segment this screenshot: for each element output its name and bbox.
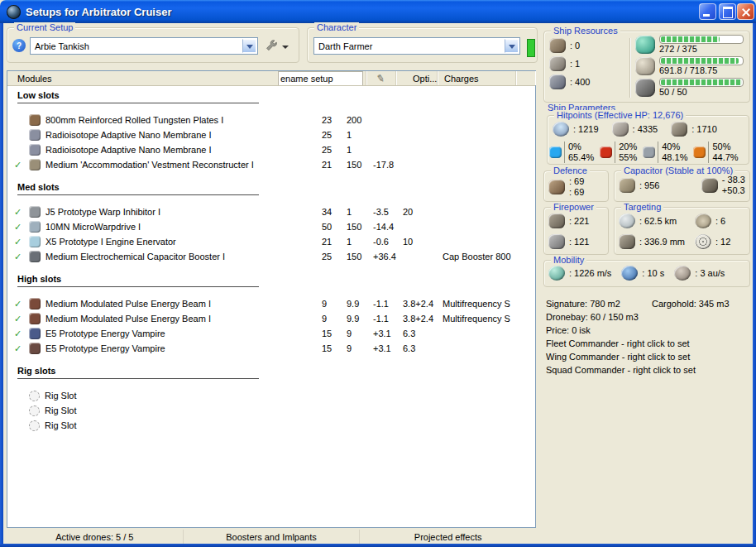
module-row[interactable]: ✓ E5 Prototype Energy Vampire 15 9 +3.1 … bbox=[7, 341, 535, 356]
module-pg: 9.9 bbox=[347, 314, 373, 324]
drones-icon bbox=[635, 79, 655, 97]
section-med-slots: Med slots ✓ J5 Prototype Warp Inhibitor … bbox=[7, 182, 535, 264]
warp-speed-value: : 3 au/s bbox=[695, 268, 725, 278]
cpu-bar bbox=[659, 35, 744, 44]
module-cpu: 21 bbox=[322, 160, 347, 170]
maximize-button[interactable] bbox=[719, 3, 736, 20]
targeting-label: Targeting bbox=[621, 202, 663, 212]
module-row[interactable]: ✓ Medium 'Accommodation' Vestment Recons… bbox=[7, 157, 535, 172]
current-setup-select[interactable]: Arbie Tankish bbox=[30, 37, 258, 55]
window-border-right bbox=[753, 23, 756, 547]
module-cpu: 25 bbox=[322, 130, 347, 140]
wrench-icon bbox=[265, 40, 279, 54]
section-header: High slots bbox=[17, 274, 259, 287]
chevron-down-icon[interactable] bbox=[242, 39, 256, 53]
capacitor-group: Capacitor (Stable at 100%) : 956 - 38.3+… bbox=[614, 170, 750, 202]
module-row[interactable]: ✓ J5 Prototype Warp Inhibitor I 34 1 -3.… bbox=[7, 204, 535, 219]
help-icon[interactable]: ? bbox=[12, 39, 26, 52]
module-optimal: 3.8+2.4 bbox=[403, 299, 443, 309]
module-cpu: 34 bbox=[322, 207, 347, 217]
rig-slot-row[interactable]: Rig Slot bbox=[7, 418, 535, 433]
targeting-group: Targeting : 62.5 km : 6 : 336.9 mm : 12 bbox=[614, 207, 750, 255]
rig-slot-icon bbox=[29, 391, 40, 401]
titlebar[interactable]: Setups for Arbitrator Cruiser bbox=[0, 0, 756, 23]
turret-dps-value: : 221 bbox=[569, 216, 589, 226]
close-button[interactable] bbox=[737, 3, 754, 20]
missile-dps-value: : 121 bbox=[569, 237, 589, 247]
module-cpu: 15 bbox=[322, 329, 347, 338]
module-pg: 9.9 bbox=[347, 299, 373, 309]
squad-commander-line[interactable]: Squad Commander - right click to set bbox=[546, 363, 751, 377]
character-select[interactable]: Darth Farmer bbox=[313, 37, 520, 55]
module-cpu: 50 bbox=[322, 222, 347, 232]
active-check-icon[interactable]: ✓ bbox=[14, 237, 29, 247]
section-low-slots: Low slots 800mm Reinforced Rolled Tungst… bbox=[7, 90, 535, 172]
current-setup-value: Arbie Tankish bbox=[35, 41, 89, 51]
active-check-icon[interactable]: ✓ bbox=[14, 314, 29, 324]
rig-slot-row[interactable]: Rig Slot bbox=[7, 388, 535, 403]
rig-slot-icon bbox=[29, 405, 40, 416]
active-check-icon[interactable]: ✓ bbox=[14, 252, 29, 262]
module-cap: -0.6 bbox=[373, 237, 403, 247]
defence-icon bbox=[548, 180, 565, 194]
active-check-icon[interactable]: ✓ bbox=[14, 207, 29, 218]
column-header-optimal[interactable]: Opti... bbox=[396, 71, 438, 85]
launcher-slots-value: : 1 bbox=[570, 59, 580, 69]
rig-slot-row[interactable]: Rig Slot bbox=[7, 403, 535, 418]
module-row[interactable]: ✓ Medium Modulated Pulse Energy Beam I 9… bbox=[7, 296, 535, 311]
module-cap: +3.1 bbox=[373, 343, 403, 353]
active-check-icon[interactable]: ✓ bbox=[14, 299, 29, 309]
wing-commander-line[interactable]: Wing Commander - right click to set bbox=[546, 350, 751, 363]
energy-vampire-icon bbox=[29, 343, 41, 354]
energy-beam-icon bbox=[29, 313, 41, 324]
tab-projected-effects[interactable]: Projected effects bbox=[360, 530, 536, 544]
mobility-group: Mobility : 1226 m/s : 10 s : 3 au/s bbox=[543, 260, 750, 287]
active-check-icon[interactable]: ✓ bbox=[14, 329, 29, 339]
bottom-tabs: Active drones: 5 / 5 Boosters and Imlpan… bbox=[7, 530, 536, 544]
hitpoints-label: Hitpoints (Effective HP: 12,676) bbox=[554, 110, 686, 120]
module-row[interactable]: ✓ Medium Electrochemical Capacitor Boost… bbox=[7, 249, 535, 264]
module-name: E5 Prototype Energy Vampire bbox=[45, 343, 322, 353]
caret-down-icon bbox=[282, 46, 289, 52]
tab-active-drones[interactable]: Active drones: 5 / 5 bbox=[7, 530, 184, 544]
module-row[interactable]: Radioisotope Adaptive Nano Membrane I 25… bbox=[7, 142, 535, 157]
module-row[interactable]: ✓ E5 Prototype Energy Vampire 15 9 +3.1 … bbox=[7, 326, 535, 341]
module-cpu: 25 bbox=[322, 145, 347, 155]
minimize-button[interactable] bbox=[699, 3, 716, 20]
cap-delta-plus: +50.3 bbox=[722, 185, 745, 196]
em-icon bbox=[549, 146, 562, 158]
module-optimal: 6.3 bbox=[403, 343, 443, 353]
signature-value: Signature: 780 m2 bbox=[546, 297, 652, 310]
module-cap: +36.4 bbox=[373, 252, 403, 262]
column-header-charges[interactable]: Charges bbox=[438, 71, 516, 85]
module-name: Medium 'Accommodation' Vestment Reconstr… bbox=[45, 160, 322, 170]
column-header-charge-icon[interactable]: ✎ bbox=[366, 71, 396, 85]
warp-scrambler-icon bbox=[29, 206, 41, 218]
module-row[interactable]: 800mm Reinforced Rolled Tungsten Plates … bbox=[7, 113, 535, 127]
explosive-resist-top: 20% bbox=[619, 142, 637, 152]
modules-header: Modules ✎ Opti... Charges bbox=[7, 71, 535, 86]
powergrid-bar bbox=[659, 56, 744, 65]
defence-value-2: : 69 bbox=[569, 187, 584, 198]
structure-icon bbox=[671, 122, 687, 137]
module-row[interactable]: ✓ 10MN MicroWarpdrive I 50 150 -14.4 bbox=[7, 219, 535, 234]
active-check-icon[interactable]: ✓ bbox=[14, 222, 29, 233]
hitpoints-group: Hitpoints (Effective HP: 12,676) : 1219 … bbox=[547, 115, 749, 165]
fleet-commander-line[interactable]: Fleet Commander - right click to set bbox=[546, 337, 751, 350]
module-cpu: 23 bbox=[322, 115, 347, 125]
active-check-icon[interactable]: ✓ bbox=[14, 343, 29, 354]
tab-boosters-implants[interactable]: Boosters and Imlpants bbox=[184, 530, 361, 544]
module-row[interactable]: ✓ Medium Modulated Pulse Energy Beam I 9… bbox=[7, 311, 535, 326]
module-row[interactable]: Radioisotope Adaptive Nano Membrane I 25… bbox=[7, 127, 535, 142]
kinetic-icon bbox=[643, 146, 655, 158]
module-cpu: 25 bbox=[322, 252, 347, 262]
armor-hp-value: : 4335 bbox=[633, 124, 658, 134]
setup-tools-button[interactable] bbox=[263, 38, 290, 55]
chevron-down-icon[interactable] bbox=[505, 39, 519, 53]
module-row[interactable]: ✓ X5 Prototype I Engine Enervator 21 1 -… bbox=[7, 234, 535, 249]
character-value: Darth Farmer bbox=[318, 41, 372, 51]
cap-injector-icon bbox=[701, 178, 718, 193]
active-check-icon[interactable]: ✓ bbox=[14, 160, 29, 170]
section-high-slots: High slots ✓ Medium Modulated Pulse Ener… bbox=[7, 274, 535, 356]
module-cpu: 15 bbox=[322, 343, 347, 353]
